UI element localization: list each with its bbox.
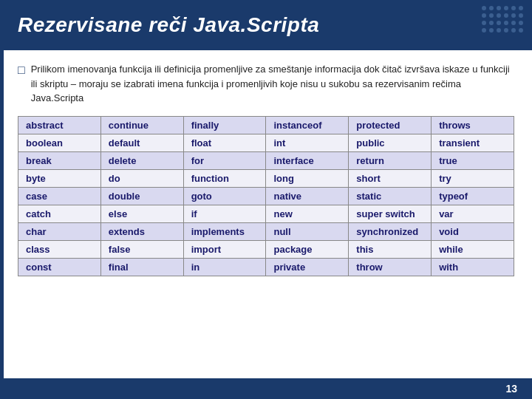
table-cell-4-4: static (349, 187, 432, 205)
table-cell-3-0: byte (18, 169, 101, 187)
table-cell-6-5: void (432, 222, 514, 240)
table-row: catchelseifnewsuper switchvar (18, 205, 514, 222)
table-cell-3-2: function (183, 169, 266, 187)
table-cell-7-2: import (183, 240, 266, 258)
table-cell-7-1: false (100, 240, 183, 258)
table-cell-1-2: float (183, 134, 266, 151)
table-cell-2-3: interface (266, 151, 349, 169)
table-cell-6-2: implements (183, 222, 266, 240)
dots-decoration (482, 6, 525, 34)
table-row: booleandefaultfloatintpublictransient (18, 134, 514, 151)
table-cell-1-0: boolean (18, 134, 101, 151)
table-row: casedoublegotonativestatictypeof (18, 187, 514, 205)
table-cell-2-5: true (432, 151, 514, 169)
table-cell-2-1: delete (100, 151, 183, 169)
table-cell-5-0: catch (18, 205, 101, 222)
table-cell-3-3: long (266, 169, 349, 187)
table-cell-8-5: with (432, 258, 514, 276)
table-cell-4-5: typeof (432, 187, 514, 205)
table-cell-0-2: finally (183, 116, 266, 134)
table-cell-8-4: throw (349, 258, 432, 276)
table-cell-2-4: return (349, 151, 432, 169)
left-accent-bar (0, 50, 4, 378)
table-cell-8-2: in (183, 258, 266, 276)
table-cell-3-5: try (432, 169, 514, 187)
table-cell-7-5: while (432, 240, 514, 258)
table-cell-6-1: extends (100, 222, 183, 240)
table-cell-8-3: private (266, 258, 349, 276)
table-cell-0-0: abstract (18, 116, 101, 134)
content-area: □ Prilikom imenovanja funkcija ili defin… (0, 50, 532, 284)
table-cell-0-3: instanceof (266, 116, 349, 134)
table-cell-1-1: default (100, 134, 183, 151)
bottom-bar: 13 (0, 378, 532, 399)
table-cell-1-3: int (266, 134, 349, 151)
table-cell-5-3: new (266, 205, 349, 222)
page-number: 13 (505, 383, 517, 395)
table-cell-5-1: else (100, 205, 183, 222)
table-cell-1-4: public (349, 134, 432, 151)
paragraph-block: □ Prilikom imenovanja funkcija ili defin… (18, 62, 514, 106)
table-row: constfinalinprivatethrowwith (18, 258, 514, 276)
header: Rezervisane reči Java.Scripta (0, 0, 532, 50)
table-cell-7-0: class (18, 240, 101, 258)
paragraph-icon: □ (18, 64, 25, 77)
table-cell-4-1: double (100, 187, 183, 205)
table-row: breakdeleteforinterfacereturntrue (18, 151, 514, 169)
table-row: charextendsimplementsnullsynchronizedvoi… (18, 222, 514, 240)
table-cell-0-1: continue (100, 116, 183, 134)
table-cell-3-4: short (349, 169, 432, 187)
table-cell-4-3: native (266, 187, 349, 205)
table-cell-8-1: final (100, 258, 183, 276)
table-cell-5-2: if (183, 205, 266, 222)
table-cell-4-2: goto (183, 187, 266, 205)
slide-title: Rezervisane reči Java.Scripta (18, 13, 319, 37)
table-cell-4-0: case (18, 187, 101, 205)
table-cell-0-5: throws (432, 116, 514, 134)
table-cell-6-0: char (18, 222, 101, 240)
table-cell-7-4: this (349, 240, 432, 258)
table-row: bytedofunctionlongshorttry (18, 169, 514, 187)
table-row: classfalseimportpackagethiswhile (18, 240, 514, 258)
table-row: abstractcontinuefinallyinstanceofprotect… (18, 116, 514, 134)
table-cell-2-2: for (183, 151, 266, 169)
table-cell-5-4: super switch (349, 205, 432, 222)
table-cell-3-1: do (100, 169, 183, 187)
table-cell-0-4: protected (349, 116, 432, 134)
paragraph-text: Prilikom imenovanja funkcija ili definic… (31, 62, 514, 106)
table-cell-2-0: break (18, 151, 101, 169)
table-cell-8-0: const (18, 258, 101, 276)
slide: Rezervisane reči Java.Scripta □ Prilikom… (0, 0, 532, 399)
table-cell-6-3: null (266, 222, 349, 240)
keywords-table: abstractcontinuefinallyinstanceofprotect… (18, 116, 514, 276)
table-cell-7-3: package (266, 240, 349, 258)
table-cell-1-5: transient (432, 134, 514, 151)
table-cell-5-5: var (432, 205, 514, 222)
table-cell-6-4: synchronized (349, 222, 432, 240)
